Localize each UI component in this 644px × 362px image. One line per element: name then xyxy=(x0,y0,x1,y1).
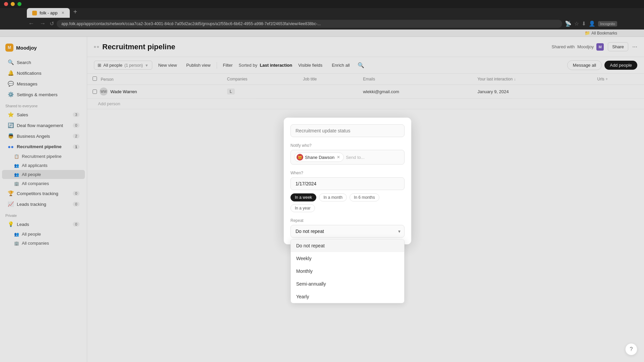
notify-chip: 🐱 Shane Dawson ✕ xyxy=(294,153,344,162)
dropdown-item-weekly[interactable]: Weekly xyxy=(291,252,404,265)
notify-chip-close-btn[interactable]: ✕ xyxy=(337,155,340,160)
repeat-label: Repeat xyxy=(290,218,405,223)
dropdown-item-semi-annually[interactable]: Semi-annually xyxy=(291,278,404,290)
quick-date-btn-month[interactable]: In a month xyxy=(319,193,347,201)
notify-avatar: 🐱 xyxy=(297,154,303,161)
notify-field: 🐱 Shane Dawson ✕ Send to... xyxy=(290,150,405,165)
quick-date-btn-week[interactable]: In a week xyxy=(290,193,316,201)
notify-who-label: Notify who? xyxy=(290,143,405,148)
repeat-dropdown-menu: Do not repeat Weekly Monthly Semi-annual… xyxy=(290,239,405,303)
quick-date-btn-year[interactable]: In a year xyxy=(290,204,315,212)
quick-date-buttons: In a week In a month In 6 months In a ye… xyxy=(290,193,405,212)
dropdown-item-monthly[interactable]: Monthly xyxy=(291,265,404,278)
when-label: When? xyxy=(290,171,405,175)
notify-person-name: Shane Dawson xyxy=(305,155,334,160)
help-button[interactable]: ? xyxy=(625,343,637,355)
repeat-select-container: Do not repeat Weekly Monthly Semi-annual… xyxy=(290,225,405,238)
dropdown-item-do-not-repeat[interactable]: Do not repeat xyxy=(291,239,404,252)
notify-placeholder[interactable]: Send to... xyxy=(346,155,401,160)
notify-avatar-emoji: 🐱 xyxy=(298,156,302,159)
modal-title-input[interactable] xyxy=(290,124,405,137)
repeat-select[interactable]: Do not repeat Weekly Monthly Semi-annual… xyxy=(290,225,405,238)
when-input[interactable] xyxy=(290,177,405,190)
dropdown-item-yearly[interactable]: Yearly xyxy=(291,290,404,303)
notification-modal: Notify who? 🐱 Shane Dawson ✕ Send to... … xyxy=(284,118,411,244)
quick-date-btn-6months[interactable]: In 6 months xyxy=(350,193,379,201)
